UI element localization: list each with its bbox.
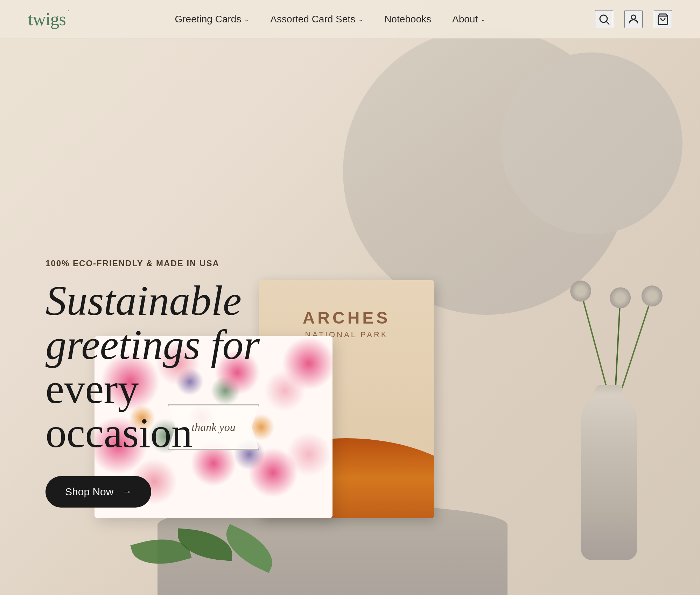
svg-line-1 (607, 21, 609, 24)
flower-stem-2 (614, 298, 621, 399)
shop-now-label: Shop Now (65, 486, 113, 498)
flower-stem-3 (618, 296, 653, 399)
search-icon (598, 13, 610, 26)
headline-line2: greetings for (46, 321, 260, 368)
search-button[interactable] (595, 10, 613, 28)
arrow-right-icon: → (122, 486, 132, 497)
hero-section: thank you ARCHES NATIONAL PARK (0, 0, 700, 595)
nav-greeting-cards[interactable]: Greeting Cards ⌄ (175, 14, 249, 25)
eco-badge: 100% ECO-FRIENDLY & MADE IN USA (46, 258, 290, 268)
shop-now-button[interactable]: Shop Now → (46, 476, 151, 508)
bg-circle-back (500, 52, 682, 234)
flower-stem-1 (580, 291, 610, 399)
main-nav: Greeting Cards ⌄ Assorted Card Sets ⌄ No… (175, 14, 486, 25)
hero-content: 100% ECO-FRIENDLY & MADE IN USA Sustaina… (46, 258, 290, 508)
header-icons (595, 10, 672, 28)
cart-button[interactable] (654, 10, 672, 28)
user-icon (627, 13, 640, 26)
chevron-down-icon: ⌄ (358, 15, 363, 23)
chevron-down-icon: ⌄ (481, 15, 486, 23)
notebook-title-text: ARCHES (303, 308, 391, 327)
svg-point-0 (600, 15, 607, 22)
site-header: twigs Greeting Cards ⌄ Assorted Card Set… (0, 0, 700, 38)
hero-headline: Sustainable greetings for every occasion (46, 279, 290, 455)
flower-head-3 (639, 283, 665, 309)
site-logo[interactable]: twigs (28, 10, 66, 28)
nav-notebooks[interactable]: Notebooks (384, 14, 431, 25)
leaves-decoration (140, 538, 269, 567)
svg-point-2 (631, 15, 636, 19)
headline-line1: Sustainable (46, 277, 241, 324)
vase-body (581, 392, 637, 560)
chevron-down-icon: ⌄ (244, 15, 249, 23)
vase-with-flowers (560, 343, 658, 560)
headline-line3: every occasion (46, 366, 192, 456)
account-button[interactable] (624, 10, 643, 28)
nav-assorted-card-sets[interactable]: Assorted Card Sets ⌄ (270, 14, 363, 25)
nav-about[interactable]: About ⌄ (452, 14, 486, 25)
flower-head-2 (609, 287, 631, 309)
cart-icon (657, 13, 669, 26)
